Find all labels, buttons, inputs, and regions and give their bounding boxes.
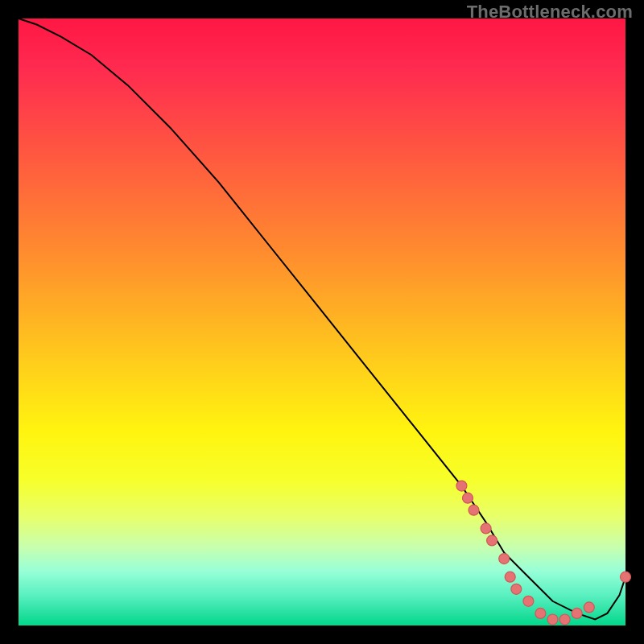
watermark-text: TheBottleneck.com bbox=[467, 2, 633, 23]
marker-dot bbox=[469, 505, 479, 515]
marker-dot bbox=[523, 596, 534, 606]
marker-dot bbox=[621, 572, 631, 582]
marker-dot bbox=[535, 608, 546, 618]
marker-dot bbox=[487, 535, 497, 546]
plot-area bbox=[19, 19, 625, 625]
bottleneck-curve bbox=[19, 19, 625, 620]
marker-dot bbox=[584, 602, 594, 613]
chart-canvas: TheBottleneck.com bbox=[0, 0, 644, 644]
marker-dot bbox=[456, 481, 467, 491]
marker-dot bbox=[572, 608, 582, 618]
marker-dot bbox=[547, 614, 558, 625]
marker-dot bbox=[499, 554, 510, 564]
marker-dot bbox=[463, 493, 473, 503]
marker-dot bbox=[511, 584, 522, 594]
marker-dot bbox=[505, 572, 515, 582]
marker-dot bbox=[481, 523, 491, 534]
marker-dot bbox=[559, 614, 570, 625]
marker-group bbox=[456, 481, 631, 625]
curve-layer bbox=[19, 19, 625, 625]
